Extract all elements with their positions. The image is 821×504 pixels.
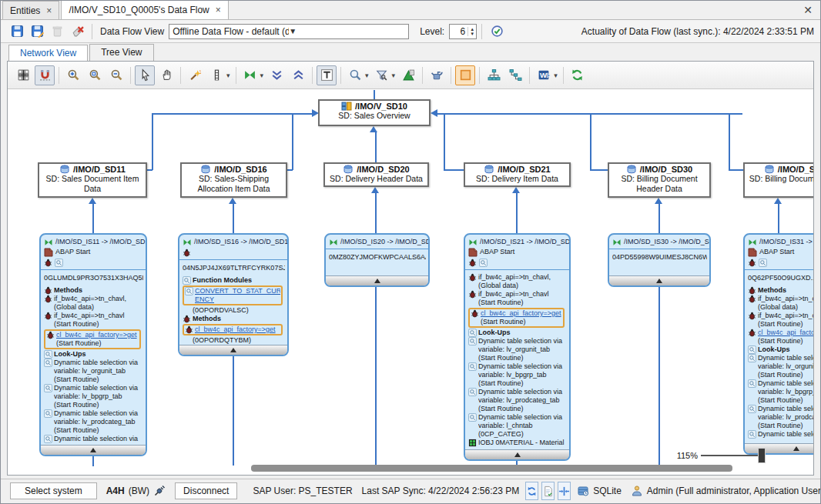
close-tab-icon[interactable]: ×: [46, 5, 52, 16]
transformation-box[interactable]: /IMO/SD_IS16 -> /IMO/D_SD1604N5JPJ4JX69T…: [178, 233, 289, 356]
entity-name: /IMO/D_SD20: [357, 165, 409, 174]
film-button[interactable]: [206, 65, 226, 85]
wordexp-button[interactable]: W: [534, 65, 554, 85]
zoomin-button[interactable]: [63, 65, 83, 85]
root-node[interactable]: /IMO/V_SD10 SD: Sales Overview: [318, 99, 431, 126]
zoom-slider-handle[interactable]: [758, 448, 766, 463]
entity-node[interactable]: /IMO/D_SD21SD: Delivery Item Data: [464, 162, 571, 187]
texttool-button[interactable]: [317, 65, 337, 85]
funnel-button[interactable]: [372, 65, 392, 85]
orangesq-button[interactable]: [455, 65, 475, 85]
detail-text: Dynamic table selection via: [54, 384, 143, 392]
discard-button[interactable]: [69, 23, 85, 40]
chevron-down-icon[interactable]: ▾: [554, 72, 558, 79]
horizontal-scrollbar[interactable]: [251, 465, 732, 472]
log-button[interactable]: [541, 482, 555, 500]
chevron-down-icon[interactable]: ▾: [365, 72, 369, 79]
detail-text: (Start Routine): [54, 320, 143, 329]
can-button[interactable]: [427, 65, 447, 85]
box-scroll-collapse-bar[interactable]: [326, 275, 428, 285]
connector-arrow-icon: [89, 198, 96, 204]
entity-node[interactable]: /IMO/D_SD30SD: Billing Document Header D…: [608, 162, 711, 198]
tab-network-view[interactable]: Network View: [8, 45, 88, 62]
tab-tree-view[interactable]: Tree View: [89, 44, 153, 61]
connector-line: [658, 287, 660, 466]
searchmag-button[interactable]: [345, 65, 365, 85]
zoom-slider-track[interactable]: [701, 455, 766, 456]
sync-check-button[interactable]: [488, 23, 505, 40]
chevron-down-icon[interactable]: ▾: [260, 72, 264, 79]
trichart-button[interactable]: [398, 65, 418, 85]
routine-link[interactable]: ENCY: [195, 295, 280, 304]
tab-data-flow-label: /IMO/V_SD10_Q0005's Data Flow: [69, 5, 209, 15]
entity-node[interactable]: /IMO/D_SD11SD: Sales Document Item Data: [38, 162, 147, 198]
bug-icon: [471, 309, 479, 318]
chevron-down-icon[interactable]: ▾: [226, 72, 230, 79]
refresh-icon: [526, 486, 538, 497]
select-system-button[interactable]: Select system: [10, 482, 97, 499]
level-stepper[interactable]: 6 ▲▼: [449, 24, 477, 39]
stepper-arrows-icon[interactable]: ▲▼: [467, 27, 476, 36]
grid-icon: [17, 68, 30, 82]
magnet-button[interactable]: [35, 65, 55, 85]
routine-link[interactable]: cl_bw4c_api_factory=>get: [56, 331, 139, 339]
root-node-desc: SD: Sales Overview: [320, 111, 429, 121]
transformation-box[interactable]: /IMO/SD_IS11 -> /IMO/D_SD11ABAP Start0GL…: [39, 233, 147, 456]
save-as-icon: [31, 25, 44, 38]
lookup-icon: [748, 379, 756, 388]
connector-line: [658, 204, 660, 233]
save-as-button[interactable]: [28, 23, 45, 40]
hand-icon: [160, 68, 173, 82]
tree2-button[interactable]: [505, 65, 525, 85]
close-tab-icon[interactable]: ×: [216, 5, 221, 15]
detail-text: (Start Routine): [758, 422, 813, 430]
data-flow-view-select[interactable]: Offline Data Flow - default (downwards) …: [169, 24, 409, 39]
routine-link[interactable]: cl_bw4c_api_factory=>get: [481, 309, 562, 318]
box-scroll-collapse-bar[interactable]: [179, 345, 287, 355]
diagram-canvas[interactable]: /IMO/V_SD10 SD: Sales Overview /IMO/D_SD…: [8, 90, 813, 475]
entity-node[interactable]: /IMO/D_SD31SD: Billing Document Data: [743, 162, 813, 198]
trichart-icon: [402, 68, 415, 82]
delete-button[interactable]: [49, 23, 65, 40]
zoomfit-button[interactable]: [85, 65, 105, 85]
detail-text: variable: lv_orgunit_tab: [478, 345, 567, 354]
disconnect-button[interactable]: Disconnect: [175, 482, 237, 499]
routine-link[interactable]: CONVERT_TO_STAT_CURR: [195, 287, 280, 295]
bowtie-button[interactable]: [240, 65, 260, 85]
tree1-button[interactable]: [484, 65, 504, 85]
transformation-box[interactable]: /IMO/SD_IS30 -> /IMO/D_SD3004PD55998W9UI…: [608, 233, 711, 287]
save-button[interactable]: [8, 23, 25, 40]
tab-entities[interactable]: Entities ×: [2, 1, 59, 19]
tab-data-flow[interactable]: /IMO/V_SD10_Q0005's Data Flow ×: [61, 0, 228, 19]
align-button[interactable]: [558, 482, 571, 500]
wand-button[interactable]: [185, 65, 205, 85]
refresh-sync-button[interactable]: [525, 482, 538, 500]
detail-text: (Start Routine): [478, 379, 567, 388]
entity-desc: SD: Billing Document Data: [745, 174, 813, 184]
connector-line: [292, 114, 293, 170]
window-close-icon[interactable]: ✕: [803, 4, 813, 16]
connector-line: [375, 193, 377, 233]
box-scroll-collapse-bar[interactable]: [41, 445, 146, 455]
routine-link[interactable]: cl_bw4c_api_factory=>get: [758, 329, 813, 337]
transformation-box[interactable]: /IMO/SD_IS20 -> /IMO/D_SD200MZ80ZYJMOFKW…: [324, 233, 430, 287]
zoomout-button[interactable]: [106, 65, 126, 85]
lookup-icon: [748, 354, 756, 362]
entity-node[interactable]: /IMO/D_SD16SD: Sales-Shipping Allocation…: [180, 162, 287, 198]
chevron-down-icon[interactable]: ▾: [392, 72, 396, 79]
bug-icon: [44, 312, 52, 320]
refresh-button[interactable]: [568, 65, 588, 85]
cursor-button[interactable]: [135, 65, 155, 85]
transformation-box[interactable]: /IMO/SD_IS31 -> /IMO/D_SD31ABAP Start0Q6…: [743, 233, 813, 455]
chevdown-button[interactable]: [266, 65, 287, 85]
routine-link[interactable]: cl_bw4c_api_factory=>get: [195, 325, 280, 334]
detail-text: (Start Routine): [758, 396, 813, 405]
box-scroll-collapse-bar[interactable]: [465, 449, 569, 459]
box-scroll-collapse-bar[interactable]: [609, 275, 709, 285]
grid-button[interactable]: [13, 65, 33, 85]
transformation-subtitle: ABAP Start: [480, 247, 514, 257]
transformation-box[interactable]: /IMO/SD_IS21 -> /IMO/D_SD21ABAP Startif_…: [464, 233, 571, 461]
entity-node[interactable]: /IMO/D_SD20SD: Delivery Header Data: [323, 162, 429, 187]
hand-button[interactable]: [156, 65, 176, 85]
chevup-button[interactable]: [288, 65, 308, 85]
